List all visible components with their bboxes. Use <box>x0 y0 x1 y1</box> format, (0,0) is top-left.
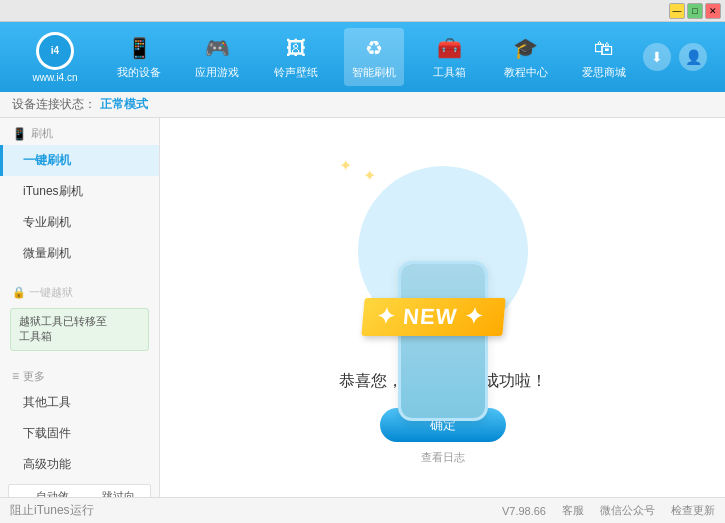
status-bar: 设备连接状态： 正常模式 <box>0 92 725 118</box>
wallpaper-icon: 🖼 <box>282 34 310 62</box>
main-content: ✦ ✦ ✦ ✦ NEW ✦ 恭喜您，保资料刷机成功啦！ 确定 查看日志 <box>160 118 725 497</box>
wechat-link[interactable]: 微信公众号 <box>600 503 655 518</box>
phone-illustration: ✦ ✦ ✦ ✦ NEW ✦ <box>353 151 533 351</box>
smart-flash-icon: ♻ <box>360 34 388 62</box>
phone-icon: 📱 <box>12 127 27 141</box>
logo-abbr: i4 <box>39 35 71 67</box>
sidebar-item-itunes-flash[interactable]: iTunes刷机 <box>0 176 159 207</box>
version-label: V7.98.66 <box>502 505 546 517</box>
nav-bar: 📱 我的设备 🎮 应用游戏 🖼 铃声壁纸 ♻ 智能刷机 🧰 工具箱 🎓 教程中心… <box>100 28 643 86</box>
my-device-label: 我的设备 <box>117 65 161 80</box>
new-banner: ✦ NEW ✦ <box>361 298 505 336</box>
view-log-link[interactable]: 查看日志 <box>421 450 465 465</box>
phone-body <box>398 261 488 421</box>
skip-wizard-label: 跳过向导 <box>102 489 141 497</box>
header: i4 www.i4.cn 📱 我的设备 🎮 应用游戏 🖼 铃声壁纸 ♻ 智能刷机… <box>0 22 725 92</box>
checkbox-area: 自动敛言 跳过向导 <box>8 484 151 497</box>
sidebar-item-download-firmware[interactable]: 下载固件 <box>0 418 159 449</box>
lock-icon: 🔒 <box>12 286 26 299</box>
shop-icon: 🛍 <box>590 34 618 62</box>
jailbreak-label: 一键越狱 <box>29 285 73 300</box>
sparkle-2: ✦ <box>339 157 352 174</box>
apps-icon: 🎮 <box>203 34 231 62</box>
maximize-button[interactable]: □ <box>687 3 703 19</box>
sparkle-1: ✦ <box>363 167 376 184</box>
phone-screen <box>401 264 485 418</box>
sidebar-section-more: ≡ 更多 <box>0 363 159 387</box>
customer-service-link[interactable]: 客服 <box>562 503 584 518</box>
tutorial-icon: 🎓 <box>512 34 540 62</box>
logo-text: www.i4.cn <box>32 72 77 83</box>
nav-item-apps[interactable]: 🎮 应用游戏 <box>187 28 247 86</box>
jailbreak-warning: 越狱工具已转移至工具箱 <box>10 308 149 351</box>
check-update-link[interactable]: 检查更新 <box>671 503 715 518</box>
sidebar-item-other-tools[interactable]: 其他工具 <box>0 387 159 418</box>
user-button[interactable]: 👤 <box>679 43 707 71</box>
sidebar-section-flash-label: 刷机 <box>31 126 53 141</box>
sparkle-3: ✦ <box>375 118 385 119</box>
nav-item-wallpaper[interactable]: 🖼 铃声壁纸 <box>266 28 326 86</box>
sidebar-item-one-key-flash[interactable]: 一键刷机 <box>0 145 159 176</box>
sidebar-section-flash: 📱 刷机 <box>0 118 159 145</box>
sidebar-item-advanced[interactable]: 高级功能 <box>0 449 159 480</box>
titlebar: — □ ✕ <box>0 0 725 22</box>
nav-item-my-device[interactable]: 📱 我的设备 <box>109 28 169 86</box>
bottom-left: 阻止iTunes运行 <box>10 502 94 519</box>
more-icon: ≡ <box>12 369 19 383</box>
download-button[interactable]: ⬇ <box>643 43 671 71</box>
logo-circle: i4 <box>36 32 74 70</box>
status-label: 设备连接状态： <box>12 96 96 113</box>
skip-wizard-checkbox[interactable]: 跳过向导 <box>85 489 141 497</box>
sidebar-item-pro-flash[interactable]: 专业刷机 <box>0 207 159 238</box>
sidebar: 📱 刷机 一键刷机 iTunes刷机 专业刷机 微量刷机 🔒 一键越狱 越狱工 <box>0 118 160 497</box>
toolbox-icon: 🧰 <box>436 34 464 62</box>
itunes-warning[interactable]: 阻止iTunes运行 <box>10 502 94 519</box>
toolbox-label: 工具箱 <box>433 65 466 80</box>
close-button[interactable]: ✕ <box>705 3 721 19</box>
auto-flash-label: 自动敛言 <box>36 489 75 497</box>
status-value: 正常模式 <box>100 96 148 113</box>
sidebar-item-micro-flash[interactable]: 微量刷机 <box>0 238 159 269</box>
shop-label: 爱思商城 <box>582 65 626 80</box>
nav-item-shop[interactable]: 🛍 爱思商城 <box>574 28 634 86</box>
nav-item-toolbox[interactable]: 🧰 工具箱 <box>422 28 477 86</box>
sidebar-jailbreak-section: 🔒 一键越狱 <box>0 277 159 304</box>
tutorial-label: 教程中心 <box>504 65 548 80</box>
bottom-right: V7.98.66 客服 微信公众号 检查更新 <box>502 503 715 518</box>
nav-item-smart-flash[interactable]: ♻ 智能刷机 <box>344 28 404 86</box>
smart-flash-label: 智能刷机 <box>352 65 396 80</box>
bottom-bar: 阻止iTunes运行 V7.98.66 客服 微信公众号 检查更新 <box>0 497 725 523</box>
minimize-button[interactable]: — <box>669 3 685 19</box>
my-device-icon: 📱 <box>125 34 153 62</box>
auto-flash-checkbox[interactable]: 自动敛言 <box>19 489 75 497</box>
apps-label: 应用游戏 <box>195 65 239 80</box>
nav-item-tutorial[interactable]: 🎓 教程中心 <box>496 28 556 86</box>
wallpaper-label: 铃声壁纸 <box>274 65 318 80</box>
sidebar-section-more-label: 更多 <box>23 369 45 384</box>
header-actions: ⬇ 👤 <box>643 43 715 71</box>
logo: i4 www.i4.cn <box>10 32 100 83</box>
